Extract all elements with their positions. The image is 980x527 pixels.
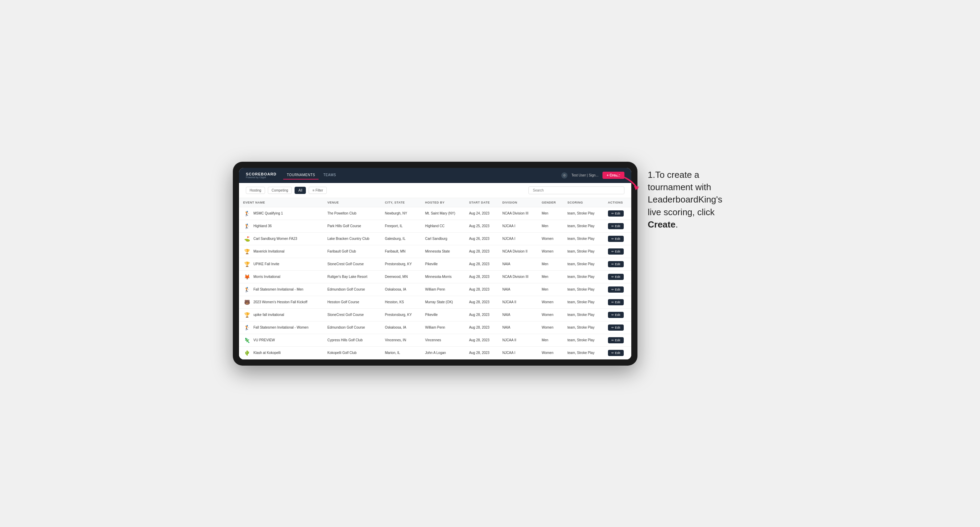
cell-gender-1: Men bbox=[538, 220, 563, 232]
all-filter-btn[interactable]: All bbox=[294, 187, 306, 194]
nav-logo: SCOREBOARD Powered by Clippit bbox=[246, 172, 276, 179]
cell-city-state-2: Galesburg, IL bbox=[380, 232, 421, 245]
event-logo-4: 🏆 bbox=[243, 260, 251, 268]
edit-button-0[interactable]: ✏ Edit bbox=[608, 210, 624, 217]
cell-start-date-4: Aug 28, 2023 bbox=[465, 258, 498, 270]
table-row: ⛳ Carl Sandburg Women FA23 Lake Bracken … bbox=[239, 232, 631, 245]
edit-button-6[interactable]: ✏ Edit bbox=[608, 286, 624, 293]
toolbar: Hosting Competing All ≡ Filter bbox=[239, 183, 631, 198]
cell-hosted-by-0: Mt. Saint Mary (NY) bbox=[421, 207, 465, 220]
cell-event-name-10: 🦎 VU PREVIEW bbox=[239, 334, 323, 346]
cell-start-date-5: Aug 28, 2023 bbox=[465, 270, 498, 283]
search-container bbox=[528, 186, 624, 194]
competing-filter-btn[interactable]: Competing bbox=[268, 187, 292, 194]
cell-start-date-1: Aug 25, 2023 bbox=[465, 220, 498, 232]
filter-btn[interactable]: ≡ Filter bbox=[309, 187, 327, 194]
event-name-text-1: Highland 36 bbox=[253, 224, 272, 228]
hosting-filter-btn[interactable]: Hosting bbox=[246, 187, 265, 194]
edit-button-10[interactable]: ✏ Edit bbox=[608, 337, 624, 343]
edit-button-11[interactable]: ✏ Edit bbox=[608, 350, 624, 356]
event-name-text-7: 2023 Women's Hesston Fall Kickoff bbox=[253, 300, 307, 304]
tab-teams[interactable]: TEAMS bbox=[320, 171, 339, 179]
cell-gender-7: Women bbox=[538, 296, 563, 308]
table-body: 🏌️ MSMC Qualifying 1 The Powelton Club N… bbox=[239, 207, 631, 359]
cell-venue-1: Park Hills Golf Course bbox=[323, 220, 381, 232]
search-input[interactable] bbox=[528, 186, 624, 194]
annotation-bold: Create bbox=[648, 219, 676, 230]
table-row: 🏆 upike fall invitational StoneCrest Gol… bbox=[239, 308, 631, 321]
edit-button-4[interactable]: ✏ Edit bbox=[608, 261, 624, 267]
col-hosted-by: HOSTED BY bbox=[421, 198, 465, 207]
cell-start-date-10: Aug 28, 2023 bbox=[465, 334, 498, 346]
cell-venue-3: Faribault Golf Club bbox=[323, 245, 381, 258]
edit-button-7[interactable]: ✏ Edit bbox=[608, 299, 624, 305]
event-name-text-3: Maverick Invitational bbox=[253, 249, 285, 253]
cell-actions-3: ✏ Edit bbox=[604, 245, 631, 258]
table-row: 🦊 Morris Invitational Ruttger's Bay Lake… bbox=[239, 270, 631, 283]
cell-division-8: NAIA bbox=[498, 308, 538, 321]
col-gender: GENDER bbox=[538, 198, 563, 207]
cell-city-state-0: Newburgh, NY bbox=[380, 207, 421, 220]
edit-button-8[interactable]: ✏ Edit bbox=[608, 312, 624, 318]
cell-division-4: NAIA bbox=[498, 258, 538, 270]
cell-scoring-11: team, Stroke Play bbox=[563, 346, 604, 359]
event-name-text-8: upike fall invitational bbox=[253, 313, 284, 317]
cell-scoring-6: team, Stroke Play bbox=[563, 283, 604, 296]
cell-venue-2: Lake Bracken Country Club bbox=[323, 232, 381, 245]
cell-start-date-8: Aug 28, 2023 bbox=[465, 308, 498, 321]
nav-user-label: Test User | Sign... bbox=[572, 173, 599, 177]
cell-gender-5: Men bbox=[538, 270, 563, 283]
table-row: 🏌️ Fall Statesmen Invitational - Women E… bbox=[239, 321, 631, 334]
cell-venue-9: Edmundson Golf Course bbox=[323, 321, 381, 334]
event-logo-11: 🌵 bbox=[243, 349, 251, 357]
table-row: 🏆 UPIKE Fall Invite StoneCrest Golf Cour… bbox=[239, 258, 631, 270]
cell-actions-6: ✏ Edit bbox=[604, 283, 631, 296]
cell-scoring-8: team, Stroke Play bbox=[563, 308, 604, 321]
cell-start-date-0: Aug 24, 2023 bbox=[465, 207, 498, 220]
cell-actions-2: ✏ Edit bbox=[604, 232, 631, 245]
cell-start-date-2: Aug 26, 2023 bbox=[465, 232, 498, 245]
cell-venue-0: The Powelton Club bbox=[323, 207, 381, 220]
cell-start-date-6: Aug 28, 2023 bbox=[465, 283, 498, 296]
outer-wrapper: SCOREBOARD Powered by Clippit TOURNAMENT… bbox=[233, 162, 747, 366]
settings-icon[interactable]: ⚙ bbox=[561, 172, 568, 179]
event-name-text-5: Morris Invitational bbox=[253, 275, 280, 279]
cell-gender-2: Women bbox=[538, 232, 563, 245]
edit-button-2[interactable]: ✏ Edit bbox=[608, 236, 624, 242]
cell-event-name-4: 🏆 UPIKE Fall Invite bbox=[239, 258, 323, 270]
cell-scoring-2: team, Stroke Play bbox=[563, 232, 604, 245]
table-row: 🏌️ Highland 36 Park Hills Golf Course Fr… bbox=[239, 220, 631, 232]
cell-scoring-5: team, Stroke Play bbox=[563, 270, 604, 283]
cell-scoring-4: team, Stroke Play bbox=[563, 258, 604, 270]
cell-division-3: NCAA Division II bbox=[498, 245, 538, 258]
table-row: 🌵 Klash at Kokopelli Kokopelli Golf Club… bbox=[239, 346, 631, 359]
cell-gender-0: Men bbox=[538, 207, 563, 220]
edit-button-9[interactable]: ✏ Edit bbox=[608, 324, 624, 331]
cell-division-9: NAIA bbox=[498, 321, 538, 334]
cell-start-date-9: Aug 28, 2023 bbox=[465, 321, 498, 334]
edit-button-5[interactable]: ✏ Edit bbox=[608, 274, 624, 280]
event-name-text-6: Fall Statesmen Invitational - Men bbox=[253, 287, 304, 291]
col-actions: ACTIONS bbox=[604, 198, 631, 207]
annotation-text: 1.To create a tournament with Leaderboar… bbox=[648, 168, 737, 231]
table-row: 🦎 VU PREVIEW Cypress Hills Golf Club Vin… bbox=[239, 334, 631, 346]
edit-button-3[interactable]: ✏ Edit bbox=[608, 248, 624, 255]
cell-venue-6: Edmundson Golf Course bbox=[323, 283, 381, 296]
col-event-name: EVENT NAME bbox=[239, 198, 323, 207]
cell-hosted-by-7: Murray State (OK) bbox=[421, 296, 465, 308]
cell-venue-11: Kokopelli Golf Club bbox=[323, 346, 381, 359]
annotation-prefix: 1.To create a tournament with Leaderboar… bbox=[648, 170, 722, 217]
tablet-frame: SCOREBOARD Powered by Clippit TOURNAMENT… bbox=[233, 162, 638, 366]
cell-event-name-0: 🏌️ MSMC Qualifying 1 bbox=[239, 207, 323, 220]
cell-event-name-8: 🏆 upike fall invitational bbox=[239, 308, 323, 321]
tab-tournaments[interactable]: TOURNAMENTS bbox=[283, 171, 318, 179]
tablet-screen: SCOREBOARD Powered by Clippit TOURNAMENT… bbox=[239, 168, 631, 359]
cell-division-7: NJCAA II bbox=[498, 296, 538, 308]
cell-scoring-0: team, Stroke Play bbox=[563, 207, 604, 220]
edit-button-1[interactable]: ✏ Edit bbox=[608, 223, 624, 229]
cell-scoring-3: team, Stroke Play bbox=[563, 245, 604, 258]
cell-actions-10: ✏ Edit bbox=[604, 334, 631, 346]
cell-hosted-by-9: William Penn bbox=[421, 321, 465, 334]
cell-city-state-7: Hesston, KS bbox=[380, 296, 421, 308]
cell-venue-10: Cypress Hills Golf Club bbox=[323, 334, 381, 346]
